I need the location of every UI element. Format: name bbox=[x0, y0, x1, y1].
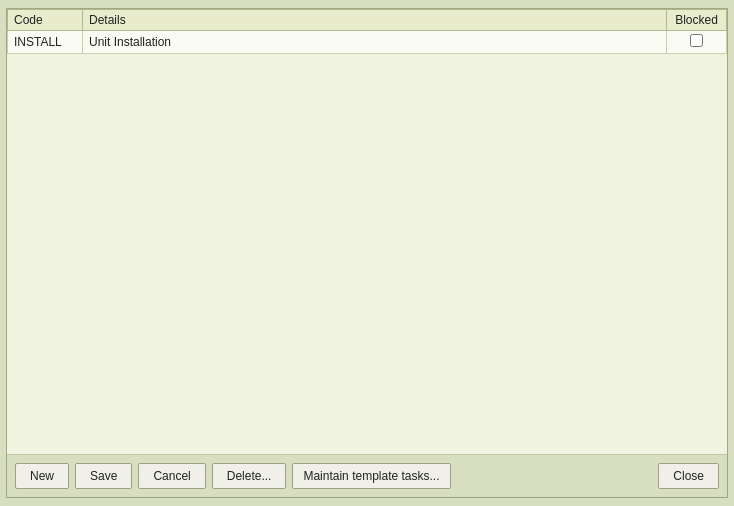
table-area: Code Details Blocked INSTALLUnit Install… bbox=[7, 9, 727, 455]
col-header-code: Code bbox=[8, 10, 83, 31]
main-window: Code Details Blocked INSTALLUnit Install… bbox=[6, 8, 728, 498]
cell-blocked[interactable] bbox=[667, 31, 727, 54]
cancel-button[interactable]: Cancel bbox=[138, 463, 205, 489]
cell-code: INSTALL bbox=[8, 31, 83, 54]
new-button[interactable]: New bbox=[15, 463, 69, 489]
save-button[interactable]: Save bbox=[75, 463, 132, 489]
cell-details: Unit Installation bbox=[83, 31, 667, 54]
blocked-checkbox[interactable] bbox=[690, 34, 703, 47]
footer-toolbar: New Save Cancel Delete... Maintain templ… bbox=[7, 455, 727, 497]
delete-button[interactable]: Delete... bbox=[212, 463, 287, 489]
table-row[interactable]: INSTALLUnit Installation bbox=[8, 31, 727, 54]
col-header-blocked: Blocked bbox=[667, 10, 727, 31]
col-header-details: Details bbox=[83, 10, 667, 31]
close-button[interactable]: Close bbox=[658, 463, 719, 489]
data-table: Code Details Blocked INSTALLUnit Install… bbox=[7, 9, 727, 54]
maintain-template-button[interactable]: Maintain template tasks... bbox=[292, 463, 450, 489]
